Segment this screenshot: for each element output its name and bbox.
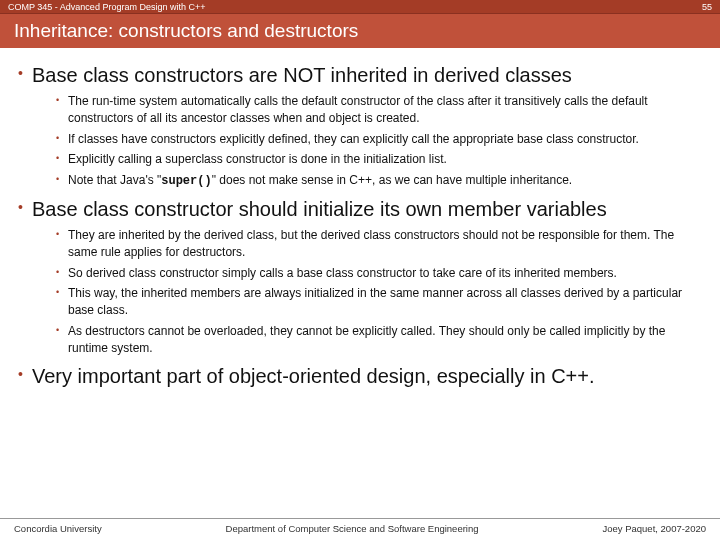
sub-point: As destructors cannot be overloaded, the…: [56, 323, 702, 357]
main-point: Base class constructors are NOT inherite…: [18, 62, 702, 89]
main-point: Very important part of object-oriented d…: [18, 363, 702, 390]
footer: Concordia University Department of Compu…: [0, 518, 720, 540]
sub-point: The run-time system automatically calls …: [56, 93, 702, 127]
sub-point: This way, the inherited members are alwa…: [56, 285, 702, 319]
course-code: COMP 345 - Advanced Program Design with …: [8, 0, 205, 13]
sub-point: If classes have constructors explicitly …: [56, 131, 702, 148]
sub-point: Note that Java's "super()" does not make…: [56, 172, 702, 190]
page-number: 55: [702, 0, 712, 13]
code-snippet: super(): [161, 174, 211, 188]
sub-list: They are inherited by the derived class,…: [56, 227, 702, 357]
sub-point: So derived class constructor simply call…: [56, 265, 702, 282]
footer-middle: Department of Computer Science and Softw…: [102, 523, 603, 534]
slide-title: Inheritance: constructors and destructor…: [14, 20, 358, 42]
sub-list: The run-time system automatically calls …: [56, 93, 702, 190]
footer-left: Concordia University: [14, 523, 102, 534]
sub-point: Explicitly calling a superclass construc…: [56, 151, 702, 168]
sub-point: They are inherited by the derived class,…: [56, 227, 702, 261]
slide-content: Base class constructors are NOT inherite…: [0, 48, 720, 390]
top-bar: COMP 345 - Advanced Program Design with …: [0, 0, 720, 14]
slide-title-bar: Inheritance: constructors and destructor…: [0, 14, 720, 48]
main-point: Base class constructor should initialize…: [18, 196, 702, 223]
footer-right: Joey Paquet, 2007-2020: [602, 523, 706, 534]
